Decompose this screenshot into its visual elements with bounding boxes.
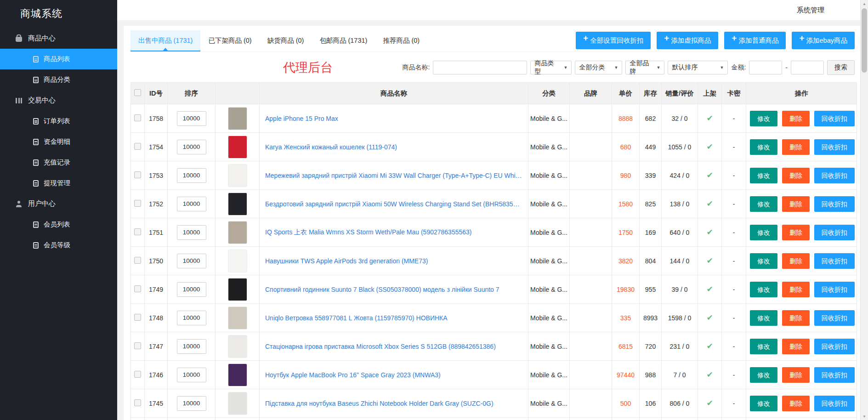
delete-button[interactable]: 删除 <box>782 396 810 411</box>
edit-button[interactable]: 修改 <box>750 367 777 383</box>
recycle-discount-button[interactable]: 回收折扣 <box>814 253 855 269</box>
product-name-link[interactable]: Бездротовий зарядний пристрій Xiaomi 50W… <box>265 200 522 208</box>
delete-button[interactable]: 删除 <box>782 111 810 126</box>
sidebar-section[interactable]: 用户中心 <box>0 193 117 214</box>
product-name-link[interactable]: Спортивний годинник Suunto 7 Black (SS05… <box>265 286 522 293</box>
brand-select[interactable]: 全部品牌 ▼ <box>625 61 664 74</box>
recycle-discount-button[interactable]: 回收折扣 <box>814 282 855 297</box>
sort-input[interactable]: 10000 <box>177 225 206 240</box>
product-name-link[interactable]: Ноутбук Apple MacBook Pro 16" Space Gray… <box>265 371 522 379</box>
product-name-input[interactable] <box>433 61 527 74</box>
scrollbar-thumb[interactable] <box>862 8 867 73</box>
sidebar-item[interactable]: 会员列表 <box>0 214 117 235</box>
edit-button[interactable]: 修改 <box>750 139 777 155</box>
sidebar-section[interactable]: 商品中心 <box>0 28 117 49</box>
sort-input[interactable]: 10000 <box>177 254 206 268</box>
delete-button[interactable]: 删除 <box>782 282 810 297</box>
sidebar-item[interactable]: 订单列表 <box>0 111 117 131</box>
recycle-discount-button[interactable]: 回收折扣 <box>814 225 855 240</box>
recycle-discount-button[interactable]: 回收折扣 <box>814 310 855 326</box>
delete-button[interactable]: 删除 <box>782 139 810 155</box>
recycle-discount-button[interactable]: 回收折扣 <box>814 396 855 411</box>
recycle-discount-button[interactable]: 回收折扣 <box>814 168 855 183</box>
product-name-link[interactable]: Karya Женский кожаный кошелек (1119-074) <box>265 143 522 151</box>
search-button[interactable]: 搜索 <box>827 60 855 75</box>
sidebar-item[interactable]: 商品列表 <box>0 49 117 69</box>
sort-input[interactable]: 10000 <box>177 311 206 325</box>
delete-button[interactable]: 删除 <box>782 367 810 383</box>
product-name-link[interactable]: Стаціонарна ігрова приставка Microsoft X… <box>265 343 522 350</box>
product-name-link[interactable]: IQ Sports 上衣 Malia Wmns XS Storm Weth/Pa… <box>265 228 522 237</box>
edit-button[interactable]: 修改 <box>750 310 777 326</box>
select-all-checkbox[interactable] <box>134 89 141 96</box>
delete-button[interactable]: 删除 <box>782 339 810 354</box>
edit-button[interactable]: 修改 <box>750 396 777 411</box>
row-checkbox[interactable] <box>134 171 141 178</box>
row-checkbox[interactable] <box>134 200 141 207</box>
recycle-discount-button[interactable]: 回收折扣 <box>814 139 855 155</box>
sort-input[interactable]: 10000 <box>177 197 206 211</box>
delete-button[interactable]: 删除 <box>782 253 810 269</box>
row-checkbox[interactable] <box>134 371 141 378</box>
tab[interactable]: 缺货商品 (0) <box>260 30 312 51</box>
row-checkbox[interactable] <box>134 143 141 150</box>
edit-button[interactable]: 修改 <box>750 196 777 212</box>
product-name-link[interactable]: Мережевий зарядний пристрій Xiaomi Mi 33… <box>265 172 522 179</box>
sort-input[interactable]: 10000 <box>177 282 206 297</box>
sidebar-item[interactable]: 充值记录 <box>0 152 117 173</box>
tab[interactable]: 已下架商品 (0) <box>200 30 259 51</box>
delete-button[interactable]: 删除 <box>782 168 810 183</box>
edit-button[interactable]: 修改 <box>750 253 777 269</box>
amount-max-input[interactable] <box>791 61 824 74</box>
row-checkbox[interactable] <box>134 342 141 349</box>
delete-button[interactable]: 删除 <box>782 196 810 212</box>
row-checkbox[interactable] <box>134 314 141 321</box>
product-name-link[interactable]: Навушники TWS Apple AirPods 3rd generati… <box>265 257 522 265</box>
sort-input[interactable]: 10000 <box>177 339 206 354</box>
edit-button[interactable]: 修改 <box>750 111 777 126</box>
row-checkbox[interactable] <box>134 285 141 292</box>
delete-button[interactable]: 删除 <box>782 310 810 326</box>
system-admin-menu[interactable]: 系统管理 <box>797 6 824 15</box>
edit-button[interactable]: 修改 <box>750 339 777 354</box>
sidebar-item[interactable]: 商品分类 <box>0 69 117 90</box>
row-checkbox[interactable] <box>134 399 141 406</box>
tab[interactable]: 出售中商品 (1731) <box>130 30 200 51</box>
sidebar-item[interactable]: 资金明细 <box>0 131 117 152</box>
category-select[interactable]: 全部分类 ▼ <box>575 61 622 74</box>
add-product-button[interactable]: + 添加虚拟商品 <box>657 32 718 49</box>
scroll-down-icon[interactable]: ▼ <box>861 413 868 420</box>
amount-min-input[interactable] <box>749 61 782 74</box>
sidebar-item[interactable]: 提现管理 <box>0 173 117 193</box>
sort-input[interactable]: 10000 <box>177 368 206 382</box>
edit-button[interactable]: 修改 <box>750 282 777 297</box>
product-type-select[interactable]: 商品类型 ▼ <box>530 61 572 74</box>
add-product-button[interactable]: + 全部设置回收折扣 <box>576 32 651 49</box>
row-checkbox[interactable] <box>134 114 141 121</box>
sidebar-item[interactable]: 会员等级 <box>0 235 117 255</box>
product-name-link[interactable]: Uniqlo Ветровка 558977081 L Жовта (11597… <box>265 314 522 322</box>
row-checkbox[interactable] <box>134 257 141 264</box>
product-name-link[interactable]: Підставка для ноутбука Baseus Zhichi Not… <box>265 400 522 407</box>
recycle-discount-button[interactable]: 回收折扣 <box>814 111 855 126</box>
sidebar-section[interactable]: 交易中心 <box>0 90 117 111</box>
sort-select[interactable]: 默认排序 ▼ <box>668 61 728 74</box>
scroll-up-icon[interactable]: ▲ <box>861 0 868 7</box>
scrollbar[interactable]: ▲ ▼ <box>860 0 868 420</box>
recycle-discount-button[interactable]: 回收折扣 <box>814 367 855 383</box>
tab[interactable]: 推荐商品 (0) <box>375 30 427 51</box>
sort-input[interactable]: 10000 <box>177 396 206 411</box>
add-product-button[interactable]: + 添加普通商品 <box>724 32 786 49</box>
sort-input[interactable]: 10000 <box>177 168 206 183</box>
edit-button[interactable]: 修改 <box>750 225 777 240</box>
recycle-discount-button[interactable]: 回收折扣 <box>814 339 855 354</box>
sort-input[interactable]: 10000 <box>177 111 206 126</box>
tab[interactable]: 包邮商品 (1731) <box>312 30 375 51</box>
product-name-link[interactable]: Apple iPhone 15 Pro Max <box>265 115 522 122</box>
row-checkbox[interactable] <box>134 228 141 235</box>
sort-input[interactable]: 10000 <box>177 140 206 154</box>
add-product-button[interactable]: + 添加ebay商品 <box>792 32 855 49</box>
delete-button[interactable]: 删除 <box>782 225 810 240</box>
edit-button[interactable]: 修改 <box>750 168 777 183</box>
recycle-discount-button[interactable]: 回收折扣 <box>814 196 855 212</box>
